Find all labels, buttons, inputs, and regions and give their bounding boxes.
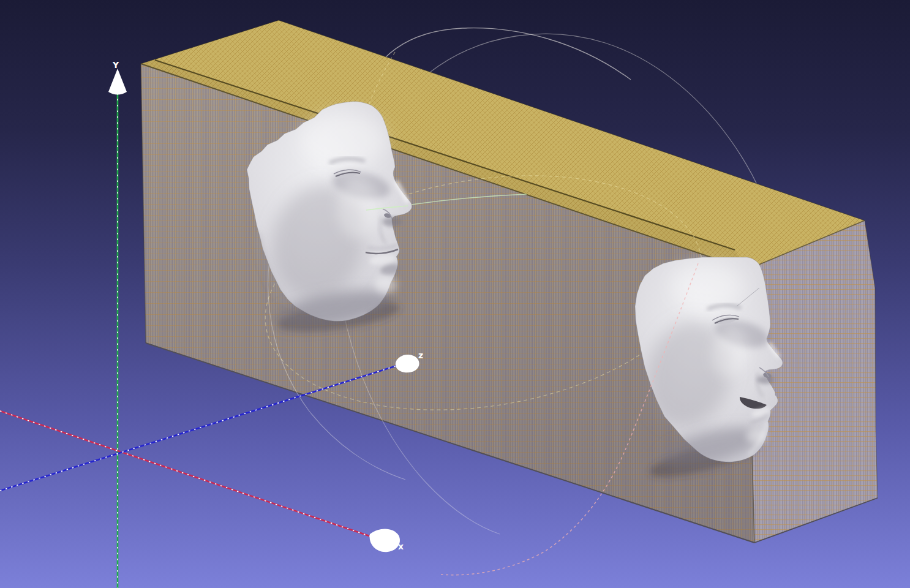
face-scan-2-forehead-highlight bbox=[671, 263, 744, 310]
z-axis-label: z bbox=[418, 350, 423, 360]
y-axis-label: Y bbox=[112, 60, 119, 70]
face-scan-1-cheekbone-highlight bbox=[337, 178, 380, 239]
x-axis-label: x bbox=[398, 541, 404, 551]
viewport-3d[interactable]: Y x z bbox=[0, 0, 910, 588]
face-scan-1-chin-highlight bbox=[375, 276, 397, 293]
